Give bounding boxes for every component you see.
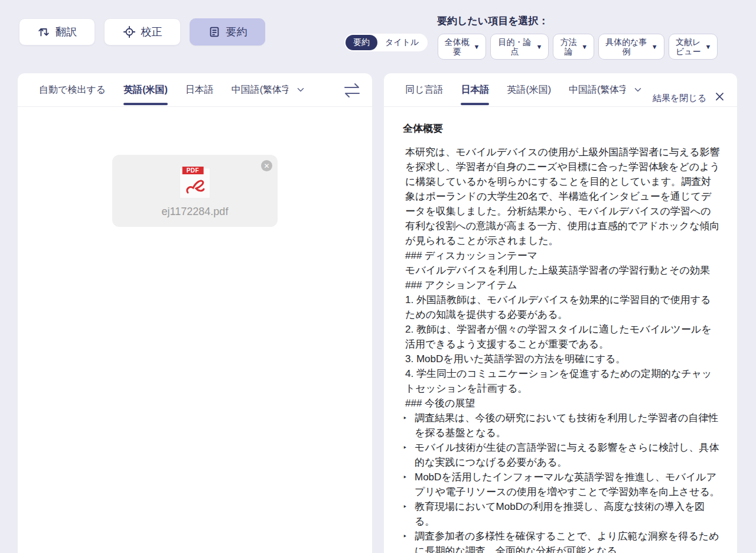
tab-japanese[interactable]: 日本語 <box>185 73 214 106</box>
bullet-marker: ‣ <box>403 499 415 529</box>
swap-languages-icon[interactable] <box>341 82 363 102</box>
toggle-summary[interactable]: 要約 <box>346 35 377 50</box>
translate-button-label: 翻訳 <box>56 25 77 39</box>
active-tab-indicator <box>123 103 168 105</box>
source-language-tabbar: 自動で検出する 英語(米国) 日本語 中国語(繁体字) <box>18 73 372 107</box>
active-tab-indicator <box>461 103 489 105</box>
file-name: ej1172284.pdf <box>112 206 278 218</box>
chip-overall-summary[interactable]: 全体概要 ▼ <box>438 34 486 60</box>
dropdown-triangle-icon: ▼ <box>536 43 542 50</box>
tab-label: 自動で検出する <box>39 84 106 96</box>
bullet-text: モバイル技術が生徒の言語学習に与える影響をさらに検討し、具体的な実践につなげる必… <box>415 440 721 470</box>
translate-button[interactable]: 翻訳 <box>19 18 95 45</box>
bullet-marker: ‣ <box>403 411 415 440</box>
summarize-button[interactable]: 要約 <box>190 18 265 45</box>
close-results-button[interactable]: 結果を閉じる <box>653 93 706 104</box>
select-items-label: 要約したい項目を選択： <box>437 14 549 28</box>
result-language-tabbar: 同じ言語 日本語 英語(米国) 中国語(繁体字) 結果を閉じる <box>384 73 737 107</box>
summary-paragraph: 1. 外国語教師は、モバイルデバイスを効果的に学習目的で使用するための知識を提供… <box>403 292 721 322</box>
summary-bullet: ‣調査参加者の多様性を確保することで、より広範な洞察を得るために長期的な調査、全… <box>403 529 721 553</box>
tab-label: 日本語 <box>461 84 489 96</box>
source-panel: 自動で検出する 英語(米国) 日本語 中国語(繁体字) ✕ PDF ej1172… <box>18 73 372 553</box>
bullet-marker: ‣ <box>403 529 415 553</box>
bullet-text: 調査結果は、今後の研究においても技術を利用した学習者の自律性を探る基盤となる。 <box>415 411 721 440</box>
bullet-text: 調査参加者の多様性を確保することで、より広範な洞察を得るために長期的な調査、全面… <box>415 529 721 553</box>
tab-japanese[interactable]: 日本語 <box>461 73 489 106</box>
chip-methodology[interactable]: 方法論 ▼ <box>553 34 594 60</box>
summary-heading: 全体概要 <box>403 121 721 136</box>
tab-auto-detect[interactable]: 自動で検出する <box>39 73 106 106</box>
bullet-marker: ‣ <box>403 440 415 470</box>
summary-paragraph: ### ディスカッションテーマ <box>403 248 721 263</box>
tab-label: 英語(米国) <box>507 84 551 96</box>
summary-paragraph: モバイルデバイスを利用した上級英語学習者の学習行動とその効果 <box>403 263 721 278</box>
chip-label: 具体的な事例 <box>605 37 648 56</box>
bullet-text: MobDを活用したインフォーマルな英語学習を推進し、モバイルアプリや電子リソース… <box>415 470 721 499</box>
chevron-down-icon[interactable] <box>295 84 306 95</box>
uploaded-file-card: ✕ PDF ej1172284.pdf <box>112 155 278 227</box>
toggle-title[interactable]: タイトル <box>377 35 426 50</box>
proofread-button[interactable]: 校正 <box>104 18 181 45</box>
tab-label: 同じ言語 <box>405 84 443 96</box>
chip-label: 全体概要 <box>444 37 470 56</box>
summary-bullet: ‣調査結果は、今後の研究においても技術を利用した学習者の自律性を探る基盤となる。 <box>403 411 721 440</box>
summary-bullet: ‣MobDを活用したインフォーマルな英語学習を推進し、モバイルアプリや電子リソー… <box>403 470 721 499</box>
summary-document-icon <box>208 25 221 38</box>
chevron-down-icon[interactable] <box>633 84 643 95</box>
result-blocks: 本研究は、モバイルデバイスの使用が上級外国語学習者に与える影響を探求し、学習者が… <box>403 145 721 553</box>
summary-paragraph: 2. 教師は、学習者が個々の学習スタイルに適したモバイルツールを活用できるよう支… <box>403 322 721 352</box>
crosshair-icon <box>123 25 136 38</box>
dropdown-triangle-icon: ▼ <box>705 43 712 50</box>
chip-label: 方法論 <box>559 37 578 56</box>
tab-chinese-traditional[interactable]: 中国語(繁体字) <box>569 73 625 106</box>
tab-english-us[interactable]: 英語(米国) <box>123 73 168 106</box>
chip-concrete-examples[interactable]: 具体的な事例 ▼ <box>598 34 664 60</box>
bullet-marker: ‣ <box>403 470 415 499</box>
dropdown-triangle-icon: ▼ <box>651 43 658 50</box>
dropdown-triangle-icon: ▼ <box>581 43 588 50</box>
tab-chinese-traditional[interactable]: 中国語(繁体字) <box>232 73 288 106</box>
remove-file-icon[interactable]: ✕ <box>261 160 272 171</box>
pdf-badge: PDF <box>183 167 204 174</box>
bullet-text: 教育現場においてMobDの利用を推奨し、高度な技術の導入を図る。 <box>415 499 721 529</box>
chip-label: 文献レビュー <box>675 37 702 56</box>
result-panel: 同じ言語 日本語 英語(米国) 中国語(繁体字) 結果を閉じる 全体概要 本研究… <box>384 73 737 553</box>
tab-label: 英語(米国) <box>123 84 168 96</box>
chip-purpose-points[interactable]: 目的・論点 ▼ <box>490 34 549 60</box>
tab-same-language[interactable]: 同じ言語 <box>405 73 443 106</box>
dropdown-triangle-icon: ▼ <box>473 43 480 50</box>
tab-label: 日本語 <box>185 84 214 96</box>
summary-result-body: 全体概要 本研究は、モバイルデバイスの使用が上級外国語学習者に与える影響を探求し… <box>384 107 737 553</box>
tab-label: 中国語(繁体字) <box>232 84 288 96</box>
proofread-button-label: 校正 <box>141 25 162 39</box>
tab-english-us[interactable]: 英語(米国) <box>507 73 551 106</box>
summary-item-chips: 全体概要 ▼ 目的・論点 ▼ 方法論 ▼ 具体的な事例 ▼ 文献レビュー ▼ <box>438 34 718 60</box>
summary-bullet: ‣モバイル技術が生徒の言語学習に与える影響をさらに検討し、具体的な実践につなげる… <box>403 440 721 470</box>
translate-icon <box>37 25 50 38</box>
summary-paragraph: 本研究は、モバイルデバイスの使用が上級外国語学習者に与える影響を探求し、学習者が… <box>403 145 721 248</box>
tab-label: 中国語(繁体字) <box>569 84 625 96</box>
chip-label: 目的・論点 <box>497 37 532 56</box>
pdf-swirl-glyph <box>184 178 207 197</box>
chip-literature-review[interactable]: 文献レビュー ▼ <box>669 34 718 60</box>
summary-paragraph: ### アクションアイテム <box>403 278 721 292</box>
summary-title-toggle: 要約 タイトル <box>344 34 428 51</box>
summary-paragraph: 3. MobDを用いた英語学習の方法を明確にする。 <box>403 352 721 366</box>
summarize-button-label: 要約 <box>226 25 247 39</box>
summary-bullet: ‣教育現場においてMobDの利用を推奨し、高度な技術の導入を図る。 <box>403 499 721 529</box>
close-icon[interactable] <box>714 91 725 105</box>
summary-paragraph: ### 今後の展望 <box>403 396 721 411</box>
pdf-file-icon: PDF <box>180 168 210 199</box>
summary-paragraph: 4. 学生同士のコミュニケーションを促進するための定期的なチャットセッションを計… <box>403 366 721 396</box>
